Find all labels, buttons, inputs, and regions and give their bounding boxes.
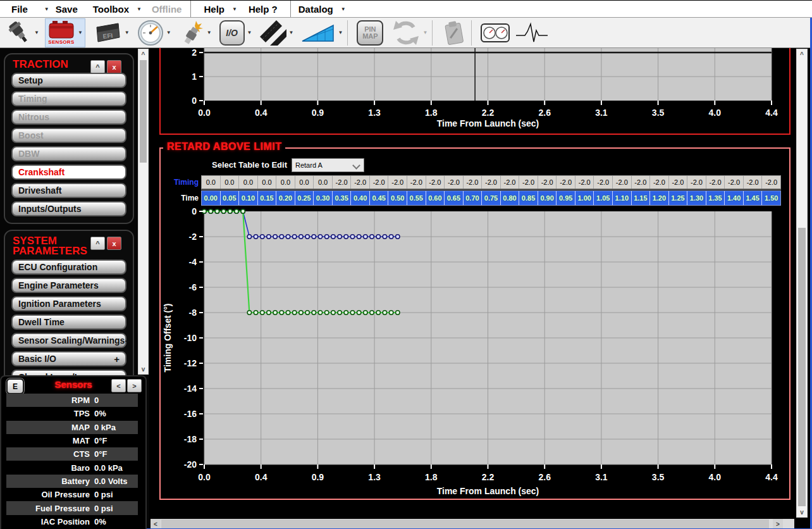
time-cell-29[interactable]: 1.45 [744,191,763,205]
timing-cell-1[interactable]: 0.0 [221,176,240,189]
time-cell-10[interactable]: 0.50 [388,191,407,205]
main-horizontal-scrollbar-thumb[interactable] [161,520,769,528]
fuel-injector-dropdown-arrow[interactable]: ▼ [34,30,39,35]
refresh-button[interactable] [392,19,420,47]
sidebar-scrollbar-thumb[interactable] [140,60,147,163]
timing-cell-23[interactable]: -2.0 [632,176,651,189]
fan-cone-button[interactable] [301,19,335,47]
main-scroll-right-arrow[interactable]: > [773,519,783,529]
tire-tread-dropdown-arrow[interactable]: ▼ [289,30,294,35]
time-cell-26[interactable]: 1.30 [687,191,706,205]
traction-close-button[interactable]: x [107,60,121,73]
menu-item-help[interactable]: Help ? [249,4,278,15]
upper-strip-chart[interactable]: 0120.00.40.91.31.82.22.63.13.54.04.4Time… [161,48,789,134]
io-button[interactable]: I/O [219,19,245,47]
menu-item-datalog[interactable]: Datalog▼ [298,4,346,15]
timing-cell-5[interactable]: 0.0 [295,176,314,189]
time-cell-23[interactable]: 1.15 [632,191,651,205]
time-cell-18[interactable]: 0.90 [538,191,557,205]
timing-cell-4[interactable]: 0.0 [276,176,295,189]
timing-cell-6[interactable]: 0.0 [314,176,333,189]
pin-map-button[interactable]: PIN MAP [357,19,383,47]
timing-cell-10[interactable]: -2.0 [388,176,407,189]
timing-cell-7[interactable]: -2.0 [333,176,352,189]
gauge-dropdown-arrow[interactable]: ▼ [166,30,171,35]
gauges-button[interactable] [481,19,510,47]
sensors-ecu-button[interactable]: SENSORS ▼ [45,18,85,47]
time-cell-4[interactable]: 0.20 [276,191,295,205]
traction-collapse-button[interactable]: ^ [90,60,105,73]
timing-cell-16[interactable]: -2.0 [501,176,520,189]
timing-cell-25[interactable]: -2.0 [669,176,688,189]
time-cell-17[interactable]: 0.85 [519,191,538,205]
table-select-dropdown[interactable]: Retard A [292,158,364,172]
timing-cell-26[interactable]: -2.0 [687,176,706,189]
system-collapse-button[interactable]: ^ [90,237,105,250]
time-cell-16[interactable]: 0.80 [501,191,520,205]
time-cell-21[interactable]: 1.05 [594,191,613,205]
time-cell-13[interactable]: 0.65 [445,191,464,205]
tire-tread-button[interactable] [260,19,286,47]
sidebar-button-setup[interactable]: Setup [11,73,126,88]
timing-cell-9[interactable]: -2.0 [370,176,389,189]
sidebar-button-ignition-parameters[interactable]: Ignition Parameters [11,296,126,311]
menu-item-help[interactable]: Help▼ [204,4,237,15]
spark-plug-dropdown-arrow[interactable]: ▼ [207,30,212,35]
timing-cell-14[interactable]: -2.0 [464,176,483,189]
holley-efi-dropdown-arrow[interactable]: ▼ [125,30,130,35]
main-scroll-down-arrow[interactable]: v [797,507,807,517]
sidebar-button-basic-i-o[interactable]: Basic I/O+ [11,351,126,366]
sidebar-button-ecu-configuration[interactable]: ECU Configuration [11,259,126,275]
retard-above-limit-chart[interactable]: 0-2-4-6-8-10-12-14-16-18-200.00.40.91.31… [161,208,789,499]
timing-cell-27[interactable]: -2.0 [706,176,725,189]
timing-cell-11[interactable]: -2.0 [407,176,426,189]
spark-plug-button[interactable] [179,19,204,47]
timing-cell-29[interactable]: -2.0 [744,176,763,189]
timing-cell-15[interactable]: -2.0 [482,176,501,189]
time-cell-15[interactable]: 0.75 [482,191,501,205]
sensors-next-button[interactable]: > [127,379,142,392]
waveform-button[interactable] [515,19,550,47]
menu-item-file[interactable]: File▼ [11,4,49,15]
sidebar-button-engine-parameters[interactable]: Engine Parameters [11,278,126,293]
timing-cell-13[interactable]: -2.0 [445,176,464,189]
time-cell-22[interactable]: 1.10 [613,191,632,205]
timing-cell-24[interactable]: -2.0 [650,176,669,189]
clipboard-button[interactable] [441,19,467,47]
time-cell-8[interactable]: 0.40 [351,191,370,205]
time-cell-9[interactable]: 0.45 [370,191,389,205]
time-cell-30[interactable]: 1.50 [762,191,780,205]
timing-cell-19[interactable]: -2.0 [557,176,575,189]
timing-cell-12[interactable]: -2.0 [426,176,445,189]
timing-cell-18[interactable]: -2.0 [538,176,557,189]
system-close-button[interactable]: x [107,237,121,250]
time-cell-6[interactable]: 0.30 [314,191,333,205]
sidebar-button-nitrous[interactable]: Nitrous [11,109,126,125]
time-cell-27[interactable]: 1.35 [706,191,725,205]
time-cell-24[interactable]: 1.20 [650,191,669,205]
time-cell-0[interactable]: 0.00 [202,191,221,205]
menu-item-offline[interactable]: Offline [152,4,182,15]
timing-cell-8[interactable]: -2.0 [351,176,370,189]
timing-cell-2[interactable]: 0.0 [239,176,258,189]
holley-efi-button[interactable]: EFI [93,19,122,47]
refresh-dropdown-arrow[interactable]: ▼ [422,30,428,35]
timing-cell-21[interactable]: -2.0 [594,176,613,189]
sidebar-button-driveshaft[interactable]: Driveshaft [11,183,126,198]
sidebar-button-inputs-outputs[interactable]: Inputs/Outputs [11,201,126,216]
menu-item-save[interactable]: Save [56,4,78,15]
sidebar-button-boost[interactable]: Boost [11,128,126,143]
time-cell-1[interactable]: 0.05 [221,191,240,205]
time-cell-20[interactable]: 1.00 [575,191,594,205]
sidebar-button-dwell-time[interactable]: Dwell Time [11,314,126,330]
main-scroll-up-arrow[interactable]: ^ [797,49,807,59]
menu-item-toolbox[interactable]: Toolbox▼ [93,4,142,15]
fan-cone-dropdown-arrow[interactable]: ▼ [338,30,343,35]
sidebar-button-dbw[interactable]: DBW [11,146,126,161]
sidebar-button-timing[interactable]: Timing [11,91,126,106]
timing-cell-0[interactable]: 0.0 [202,176,221,189]
timing-cell-22[interactable]: -2.0 [613,176,632,189]
fuel-injector-icon[interactable] [6,19,32,47]
timing-cell-28[interactable]: -2.0 [725,176,744,189]
time-cell-28[interactable]: 1.40 [725,191,744,205]
